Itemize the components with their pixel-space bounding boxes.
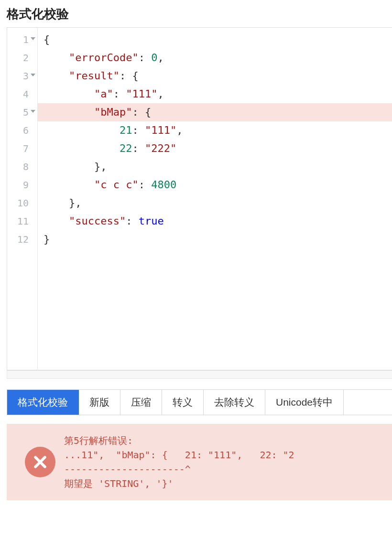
tab-1[interactable]: 新版 [79, 390, 120, 415]
code-editor[interactable]: 123456789101112 { "errorCode": 0, "resul… [7, 27, 392, 370]
code-line[interactable]: }, [38, 194, 392, 212]
gutter-line-number: 2 [7, 49, 29, 67]
code-line[interactable]: "c c c": 4800 [38, 176, 392, 194]
gutter-line-number: 10 [7, 194, 29, 212]
tab-3[interactable]: 转义 [162, 390, 204, 415]
gutter-line-number: 4 [7, 85, 29, 103]
error-message: 第5行解析错误: ...11", "bMap": { 21: "111", 22… [64, 433, 294, 491]
fold-toggle-icon[interactable] [31, 110, 35, 113]
tab-2[interactable]: 压缩 [120, 390, 162, 415]
gutter-line-number: 11 [7, 212, 29, 230]
code-line[interactable]: "result": { [38, 67, 392, 85]
code-line[interactable]: } [38, 230, 392, 248]
error-panel: 第5行解析错误: ...11", "bMap": { 21: "111", 22… [7, 424, 392, 500]
gutter-line-number: 6 [7, 121, 29, 140]
tab-5[interactable]: Unicode转中 [265, 390, 344, 415]
gutter-line-number: 7 [7, 140, 29, 158]
code-line[interactable]: { [38, 31, 392, 49]
editor-footer-bar [7, 370, 392, 379]
gutter-line-number: 8 [7, 158, 29, 176]
action-tab-row: 格式化校验新版压缩转义去除转义Unicode转中 [7, 389, 392, 415]
code-line[interactable]: "success": true [38, 212, 392, 230]
gutter-line-number: 5 [7, 103, 29, 121]
gutter-line-number: 12 [7, 230, 29, 248]
tab-4[interactable]: 去除转义 [204, 390, 265, 415]
code-line[interactable]: }, [38, 158, 392, 176]
fold-toggle-icon[interactable] [31, 37, 35, 40]
close-icon [32, 454, 48, 470]
code-line[interactable]: 22: "222" [38, 140, 392, 158]
page-title: 格式化校验 [0, 0, 392, 27]
editor-gutter: 123456789101112 [7, 28, 38, 370]
code-line[interactable]: 21: "111", [38, 121, 392, 140]
tab-0[interactable]: 格式化校验 [7, 390, 79, 415]
gutter-line-number: 1 [7, 31, 29, 49]
code-line[interactable]: "errorCode": 0, [38, 49, 392, 67]
code-line[interactable]: "bMap": { [38, 103, 392, 121]
fold-toggle-icon[interactable] [31, 74, 35, 76]
gutter-line-number: 9 [7, 176, 29, 194]
error-icon-wrap [16, 447, 64, 477]
code-line[interactable]: "a": "111", [38, 85, 392, 103]
error-icon [25, 447, 55, 477]
gutter-line-number: 3 [7, 67, 29, 85]
editor-code-area[interactable]: { "errorCode": 0, "result": { "a": "111"… [38, 28, 392, 370]
